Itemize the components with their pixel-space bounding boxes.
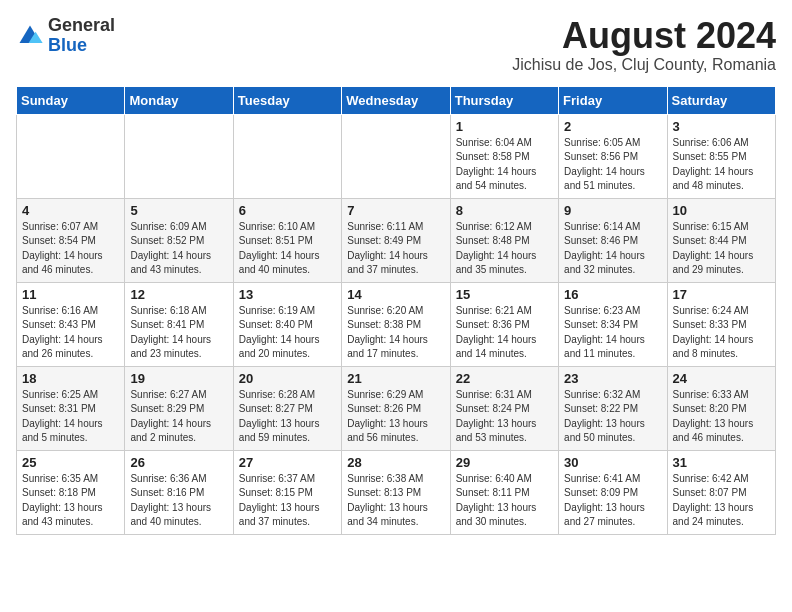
week-row-4: 18Sunrise: 6:25 AM Sunset: 8:31 PM Dayli…	[17, 366, 776, 450]
weekday-header-friday: Friday	[559, 86, 667, 114]
calendar-cell	[17, 114, 125, 198]
calendar-cell: 23Sunrise: 6:32 AM Sunset: 8:22 PM Dayli…	[559, 366, 667, 450]
day-info: Sunrise: 6:18 AM Sunset: 8:41 PM Dayligh…	[130, 304, 227, 362]
day-number: 13	[239, 287, 336, 302]
day-info: Sunrise: 6:09 AM Sunset: 8:52 PM Dayligh…	[130, 220, 227, 278]
calendar-cell: 24Sunrise: 6:33 AM Sunset: 8:20 PM Dayli…	[667, 366, 775, 450]
day-number: 8	[456, 203, 553, 218]
weekday-header-saturday: Saturday	[667, 86, 775, 114]
title-area: August 2024 Jichisu de Jos, Cluj County,…	[512, 16, 776, 74]
day-info: Sunrise: 6:07 AM Sunset: 8:54 PM Dayligh…	[22, 220, 119, 278]
day-info: Sunrise: 6:16 AM Sunset: 8:43 PM Dayligh…	[22, 304, 119, 362]
day-number: 9	[564, 203, 661, 218]
day-info: Sunrise: 6:23 AM Sunset: 8:34 PM Dayligh…	[564, 304, 661, 362]
logo-icon	[16, 22, 44, 50]
day-info: Sunrise: 6:27 AM Sunset: 8:29 PM Dayligh…	[130, 388, 227, 446]
calendar-cell	[233, 114, 341, 198]
calendar-cell	[342, 114, 450, 198]
weekday-header-wednesday: Wednesday	[342, 86, 450, 114]
day-info: Sunrise: 6:28 AM Sunset: 8:27 PM Dayligh…	[239, 388, 336, 446]
day-info: Sunrise: 6:24 AM Sunset: 8:33 PM Dayligh…	[673, 304, 770, 362]
calendar-cell: 18Sunrise: 6:25 AM Sunset: 8:31 PM Dayli…	[17, 366, 125, 450]
calendar-cell: 19Sunrise: 6:27 AM Sunset: 8:29 PM Dayli…	[125, 366, 233, 450]
day-number: 21	[347, 371, 444, 386]
day-number: 7	[347, 203, 444, 218]
calendar-cell: 28Sunrise: 6:38 AM Sunset: 8:13 PM Dayli…	[342, 450, 450, 534]
week-row-1: 1Sunrise: 6:04 AM Sunset: 8:58 PM Daylig…	[17, 114, 776, 198]
day-info: Sunrise: 6:12 AM Sunset: 8:48 PM Dayligh…	[456, 220, 553, 278]
calendar-cell: 22Sunrise: 6:31 AM Sunset: 8:24 PM Dayli…	[450, 366, 558, 450]
day-info: Sunrise: 6:40 AM Sunset: 8:11 PM Dayligh…	[456, 472, 553, 530]
calendar-cell: 5Sunrise: 6:09 AM Sunset: 8:52 PM Daylig…	[125, 198, 233, 282]
day-number: 1	[456, 119, 553, 134]
day-number: 2	[564, 119, 661, 134]
day-number: 26	[130, 455, 227, 470]
day-info: Sunrise: 6:35 AM Sunset: 8:18 PM Dayligh…	[22, 472, 119, 530]
day-info: Sunrise: 6:37 AM Sunset: 8:15 PM Dayligh…	[239, 472, 336, 530]
day-info: Sunrise: 6:42 AM Sunset: 8:07 PM Dayligh…	[673, 472, 770, 530]
calendar-cell: 26Sunrise: 6:36 AM Sunset: 8:16 PM Dayli…	[125, 450, 233, 534]
day-number: 25	[22, 455, 119, 470]
day-number: 17	[673, 287, 770, 302]
calendar-table: SundayMondayTuesdayWednesdayThursdayFrid…	[16, 86, 776, 535]
day-number: 30	[564, 455, 661, 470]
day-number: 10	[673, 203, 770, 218]
day-info: Sunrise: 6:04 AM Sunset: 8:58 PM Dayligh…	[456, 136, 553, 194]
weekday-header-sunday: Sunday	[17, 86, 125, 114]
day-number: 31	[673, 455, 770, 470]
day-info: Sunrise: 6:25 AM Sunset: 8:31 PM Dayligh…	[22, 388, 119, 446]
day-number: 24	[673, 371, 770, 386]
day-number: 12	[130, 287, 227, 302]
day-info: Sunrise: 6:06 AM Sunset: 8:55 PM Dayligh…	[673, 136, 770, 194]
logo: General Blue	[16, 16, 115, 56]
calendar-cell: 8Sunrise: 6:12 AM Sunset: 8:48 PM Daylig…	[450, 198, 558, 282]
day-info: Sunrise: 6:10 AM Sunset: 8:51 PM Dayligh…	[239, 220, 336, 278]
day-number: 3	[673, 119, 770, 134]
week-row-2: 4Sunrise: 6:07 AM Sunset: 8:54 PM Daylig…	[17, 198, 776, 282]
calendar-cell: 1Sunrise: 6:04 AM Sunset: 8:58 PM Daylig…	[450, 114, 558, 198]
day-info: Sunrise: 6:15 AM Sunset: 8:44 PM Dayligh…	[673, 220, 770, 278]
calendar-cell: 15Sunrise: 6:21 AM Sunset: 8:36 PM Dayli…	[450, 282, 558, 366]
calendar-cell: 7Sunrise: 6:11 AM Sunset: 8:49 PM Daylig…	[342, 198, 450, 282]
calendar-cell: 10Sunrise: 6:15 AM Sunset: 8:44 PM Dayli…	[667, 198, 775, 282]
weekday-header-tuesday: Tuesday	[233, 86, 341, 114]
day-info: Sunrise: 6:20 AM Sunset: 8:38 PM Dayligh…	[347, 304, 444, 362]
calendar-cell: 4Sunrise: 6:07 AM Sunset: 8:54 PM Daylig…	[17, 198, 125, 282]
day-info: Sunrise: 6:21 AM Sunset: 8:36 PM Dayligh…	[456, 304, 553, 362]
week-row-3: 11Sunrise: 6:16 AM Sunset: 8:43 PM Dayli…	[17, 282, 776, 366]
day-number: 20	[239, 371, 336, 386]
weekday-header-row: SundayMondayTuesdayWednesdayThursdayFrid…	[17, 86, 776, 114]
calendar-cell: 31Sunrise: 6:42 AM Sunset: 8:07 PM Dayli…	[667, 450, 775, 534]
day-info: Sunrise: 6:14 AM Sunset: 8:46 PM Dayligh…	[564, 220, 661, 278]
day-number: 27	[239, 455, 336, 470]
calendar-cell: 29Sunrise: 6:40 AM Sunset: 8:11 PM Dayli…	[450, 450, 558, 534]
day-info: Sunrise: 6:41 AM Sunset: 8:09 PM Dayligh…	[564, 472, 661, 530]
logo-general-text: General	[48, 16, 115, 36]
day-number: 22	[456, 371, 553, 386]
day-number: 18	[22, 371, 119, 386]
week-row-5: 25Sunrise: 6:35 AM Sunset: 8:18 PM Dayli…	[17, 450, 776, 534]
day-number: 23	[564, 371, 661, 386]
day-info: Sunrise: 6:36 AM Sunset: 8:16 PM Dayligh…	[130, 472, 227, 530]
calendar-cell: 9Sunrise: 6:14 AM Sunset: 8:46 PM Daylig…	[559, 198, 667, 282]
calendar-cell: 16Sunrise: 6:23 AM Sunset: 8:34 PM Dayli…	[559, 282, 667, 366]
calendar-cell: 13Sunrise: 6:19 AM Sunset: 8:40 PM Dayli…	[233, 282, 341, 366]
logo-blue-text: Blue	[48, 36, 115, 56]
day-number: 15	[456, 287, 553, 302]
calendar-cell: 14Sunrise: 6:20 AM Sunset: 8:38 PM Dayli…	[342, 282, 450, 366]
calendar-cell: 20Sunrise: 6:28 AM Sunset: 8:27 PM Dayli…	[233, 366, 341, 450]
day-info: Sunrise: 6:19 AM Sunset: 8:40 PM Dayligh…	[239, 304, 336, 362]
calendar-cell: 12Sunrise: 6:18 AM Sunset: 8:41 PM Dayli…	[125, 282, 233, 366]
day-info: Sunrise: 6:33 AM Sunset: 8:20 PM Dayligh…	[673, 388, 770, 446]
day-info: Sunrise: 6:31 AM Sunset: 8:24 PM Dayligh…	[456, 388, 553, 446]
day-number: 16	[564, 287, 661, 302]
day-number: 5	[130, 203, 227, 218]
day-number: 28	[347, 455, 444, 470]
calendar-cell: 17Sunrise: 6:24 AM Sunset: 8:33 PM Dayli…	[667, 282, 775, 366]
weekday-header-monday: Monday	[125, 86, 233, 114]
calendar-cell: 6Sunrise: 6:10 AM Sunset: 8:51 PM Daylig…	[233, 198, 341, 282]
weekday-header-thursday: Thursday	[450, 86, 558, 114]
day-number: 19	[130, 371, 227, 386]
day-info: Sunrise: 6:38 AM Sunset: 8:13 PM Dayligh…	[347, 472, 444, 530]
day-number: 11	[22, 287, 119, 302]
